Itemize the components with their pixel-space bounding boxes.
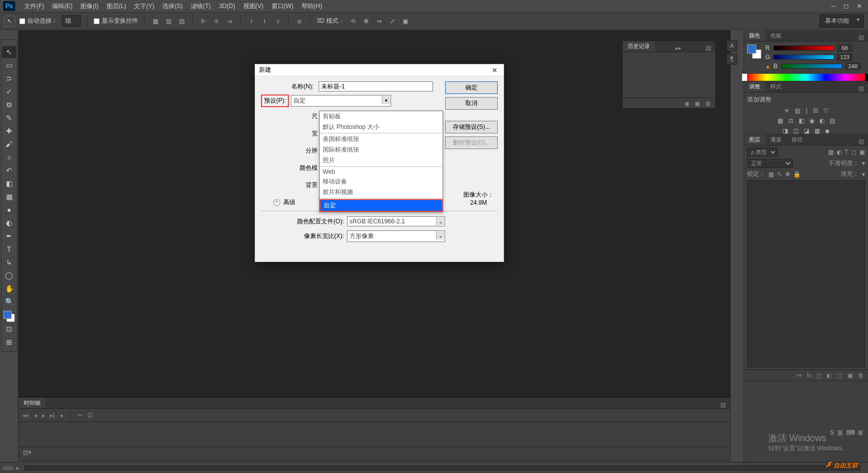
tab-layers[interactable]: 图层: [744, 134, 765, 145]
show-transform-checkbox[interactable]: 显示变换控件: [94, 17, 138, 25]
menu-filter[interactable]: 滤镜(T): [187, 2, 214, 11]
workspace-selector[interactable]: 基本功能: [819, 14, 864, 28]
tab-swatches[interactable]: 色板: [765, 30, 787, 41]
type-tool[interactable]: T: [2, 243, 16, 255]
threshold-icon[interactable]: ◪: [804, 127, 809, 134]
preset-option[interactable]: 国际标准纸张: [320, 145, 443, 155]
eraser-tool[interactable]: ◧: [2, 177, 16, 190]
trash-icon[interactable]: 🗑: [705, 100, 711, 107]
align-center-icon[interactable]: ≡: [212, 17, 221, 26]
brightness-icon[interactable]: ☀: [784, 107, 790, 114]
dropdown-arrow-icon[interactable]: ⌄: [436, 231, 444, 240]
invert-icon[interactable]: ◨: [783, 127, 788, 134]
camera-3d-icon[interactable]: ▣: [401, 17, 410, 26]
distribute-icon[interactable]: ⫲: [247, 17, 256, 26]
tab-history[interactable]: 历史记录: [623, 41, 655, 52]
name-input[interactable]: [319, 81, 433, 91]
panel-menu-icon[interactable]: ▤: [854, 85, 868, 92]
dodge-tool[interactable]: ◐: [2, 217, 16, 229]
cut-icon[interactable]: ✂: [77, 412, 82, 419]
balance-icon[interactable]: ⚖: [788, 117, 794, 124]
stamp-tool[interactable]: ⟐: [2, 151, 16, 163]
color-profile-select[interactable]: sRGB IEC61966-2.1: [347, 216, 445, 226]
ok-button[interactable]: 确定: [445, 81, 498, 94]
blend-mode-select[interactable]: 正常: [747, 159, 793, 168]
next-frame-icon[interactable]: ▸|: [50, 412, 55, 419]
preset-option[interactable]: 自定: [321, 200, 442, 211]
auto-select-target[interactable]: 组: [62, 15, 81, 27]
quick-mask-icon[interactable]: ⊡: [2, 323, 16, 335]
vibrance-icon[interactable]: ▽: [823, 107, 828, 114]
tab-adjustments[interactable]: 调整: [744, 81, 765, 92]
exposure-icon[interactable]: ☒: [813, 107, 818, 114]
menu-edit[interactable]: 编辑(E): [48, 2, 76, 11]
panel-collapse-icon[interactable]: ▸▸: [671, 44, 685, 52]
advanced-toggle-icon[interactable]: ⌃: [273, 199, 280, 206]
move-tool-icon[interactable]: ↖: [4, 16, 15, 27]
tab-timeline[interactable]: 时间轴: [19, 398, 46, 408]
b-value[interactable]: 248: [845, 63, 860, 70]
pixel-ratio-select[interactable]: 方形像素: [347, 230, 445, 242]
tab-channels[interactable]: 通道: [765, 134, 787, 145]
new-layer-icon[interactable]: ▣: [847, 372, 853, 379]
scale-3d-icon[interactable]: ⤢: [388, 17, 397, 26]
window-minimize-icon[interactable]: ─: [831, 3, 836, 10]
menu-help[interactable]: 帮助(H): [297, 2, 326, 11]
lock-trans-icon[interactable]: ▦: [768, 171, 774, 178]
screen-mode-icon[interactable]: ⊞: [2, 336, 16, 348]
menu-type[interactable]: 文字(Y): [130, 2, 158, 11]
menu-select[interactable]: 选择(S): [158, 2, 187, 11]
g-slider[interactable]: [773, 55, 834, 60]
new-fill-icon[interactable]: ◐: [827, 372, 832, 379]
r-value[interactable]: 68: [837, 44, 852, 52]
preset-option[interactable]: 照片: [320, 155, 443, 166]
distribute-icon[interactable]: ⫴: [273, 17, 282, 26]
filter-pixel-icon[interactable]: ▦: [828, 149, 834, 156]
eyedropper-tool[interactable]: ✎: [2, 112, 16, 124]
g-value[interactable]: 123: [837, 54, 852, 61]
prev-frame-icon[interactable]: ◂: [34, 412, 37, 419]
camera-icon[interactable]: ▣: [695, 100, 700, 107]
zoom-level[interactable]: ooo: [3, 464, 13, 471]
window-close-icon[interactable]: ✕: [857, 3, 862, 10]
marquee-tool[interactable]: ▭: [2, 59, 16, 71]
align-icon[interactable]: ▦: [151, 17, 160, 26]
menu-view[interactable]: 视图(V): [239, 2, 268, 11]
dropdown-arrow-icon[interactable]: ⌄: [436, 217, 444, 225]
lock-paint-icon[interactable]: ✎: [777, 171, 782, 178]
lasso-tool[interactable]: ⊃: [2, 72, 16, 84]
align-icon[interactable]: ▤: [177, 17, 186, 26]
fg-swatch[interactable]: [747, 44, 756, 54]
move-3d-icon[interactable]: ⇔: [375, 17, 384, 26]
preset-option[interactable]: Web: [320, 167, 443, 176]
shape-tool[interactable]: ◯: [2, 269, 16, 281]
quick-select-tool[interactable]: ✓: [2, 85, 16, 98]
fx-icon[interactable]: fx: [807, 372, 811, 379]
panel-menu-icon[interactable]: ▤: [716, 401, 730, 408]
levels-icon[interactable]: ▥: [795, 107, 800, 114]
new-group-icon[interactable]: ▢: [837, 372, 842, 379]
pan-3d-icon[interactable]: ✥: [362, 17, 371, 26]
panel-menu-icon[interactable]: ▤: [854, 34, 868, 41]
layers-list[interactable]: [747, 180, 865, 367]
menu-3d[interactable]: 3D(D): [215, 3, 239, 10]
menu-image[interactable]: 图像(I): [76, 2, 102, 11]
r-slider[interactable]: [773, 45, 834, 51]
paragraph-dock-icon[interactable]: ¶: [726, 54, 737, 65]
first-frame-icon[interactable]: ⏮: [23, 412, 29, 419]
history-brush-tool[interactable]: ↶: [2, 164, 16, 176]
color-swatch[interactable]: [4, 311, 15, 322]
bw-icon[interactable]: ◧: [799, 117, 804, 124]
opacity-value[interactable]: ▾: [862, 160, 865, 167]
path-select-tool[interactable]: ↳: [2, 256, 16, 268]
align-icon[interactable]: ▥: [164, 17, 173, 26]
preset-option[interactable]: 移动设备: [320, 176, 443, 187]
lock-pos-icon[interactable]: ✥: [785, 171, 790, 178]
cancel-button[interactable]: 取消: [445, 97, 498, 110]
tab-paths[interactable]: 路径: [787, 134, 808, 145]
auto-select-checkbox[interactable]: 自动选择：: [19, 17, 58, 25]
pen-tool[interactable]: ✒: [2, 230, 16, 242]
filter-type-icon[interactable]: T: [845, 149, 848, 156]
orbit-3d-icon[interactable]: ⟲: [349, 17, 358, 26]
filter-shape-icon[interactable]: ◻: [851, 149, 856, 156]
